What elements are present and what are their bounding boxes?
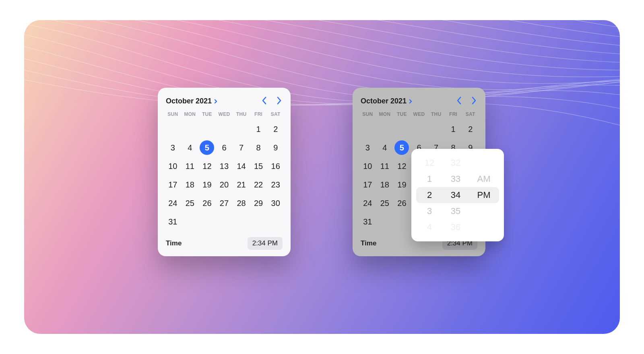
- month-select-button[interactable]: October 2021: [166, 97, 218, 105]
- calendar-day[interactable]: 4: [182, 139, 199, 156]
- time-value-button[interactable]: 2:34 PM: [248, 237, 283, 250]
- calendar-day[interactable]: 22: [250, 176, 267, 193]
- calendar-day[interactable]: 3: [164, 139, 182, 156]
- calendar-day[interactable]: 6: [216, 139, 233, 156]
- calendar-day[interactable]: 31: [164, 213, 182, 231]
- next-month-button[interactable]: [470, 96, 477, 107]
- weekday-header: SUNMONTUEWEDTHUFRISAT: [164, 111, 284, 120]
- calendar-header: October 2021: [164, 94, 284, 111]
- calendar-day[interactable]: 8: [250, 139, 267, 156]
- time-label: Time: [166, 239, 182, 247]
- month-select-button[interactable]: October 2021: [361, 97, 413, 105]
- showcase-canvas: October 2021 SUNMONTUEWEDTHUFRISAT 12345…: [24, 20, 620, 334]
- weekday-label: THU: [427, 111, 445, 117]
- weekday-label: MON: [376, 111, 394, 117]
- calendar-day[interactable]: 24: [164, 194, 182, 212]
- calendar-day[interactable]: 12: [393, 157, 411, 175]
- wheel-slot: AM: [470, 171, 498, 187]
- calendar-day[interactable]: 19: [198, 176, 216, 193]
- calendar-day[interactable]: 26: [393, 194, 411, 212]
- weekday-label: THU: [233, 111, 250, 117]
- calendar-day[interactable]: 4: [376, 139, 394, 156]
- weekday-label: TUE: [393, 111, 411, 117]
- calendar-day[interactable]: 19: [393, 176, 411, 193]
- calendar-day[interactable]: 14: [233, 157, 250, 175]
- calendar-day[interactable]: 30: [267, 194, 284, 212]
- weekday-label: SUN: [164, 111, 182, 117]
- weekday-label: WED: [411, 111, 428, 117]
- calendar-day[interactable]: 25: [182, 194, 199, 212]
- calendar-day[interactable]: 9: [267, 139, 284, 156]
- calendar-day[interactable]: 28: [233, 194, 250, 212]
- calendar-day[interactable]: 31: [359, 213, 376, 231]
- calendar-day[interactable]: 16: [267, 157, 284, 175]
- calendar-day[interactable]: 10: [164, 157, 182, 175]
- weekday-label: TUE: [198, 111, 216, 117]
- period-wheel[interactable]: AM PM: [470, 149, 498, 241]
- time-picker-popover[interactable]: 12 1 2 3 4 32 33 34 35 36 AM PM: [411, 149, 504, 241]
- calendar-day[interactable]: 12: [198, 157, 216, 175]
- calendar-day[interactable]: 18: [376, 176, 394, 193]
- time-label: Time: [361, 239, 376, 247]
- calendar-day[interactable]: 13: [216, 157, 233, 175]
- wheel-slot: [470, 219, 498, 235]
- calendar-day[interactable]: 29: [250, 194, 267, 212]
- weekday-label: FRI: [445, 111, 462, 117]
- wheel-slot: 34: [442, 187, 470, 203]
- wheel-slot: 33: [442, 171, 470, 187]
- prev-month-button[interactable]: [456, 96, 463, 107]
- month-label: October 2021: [166, 97, 212, 105]
- weekday-label: WED: [216, 111, 233, 117]
- calendar-day[interactable]: 5: [393, 139, 411, 156]
- weekday-label: SAT: [462, 111, 479, 117]
- wheel-slot: 3: [417, 203, 442, 219]
- next-month-button[interactable]: [275, 96, 283, 107]
- wheel-slot: 36: [442, 219, 470, 235]
- wheel-slot: PM: [470, 187, 498, 203]
- month-label: October 2021: [361, 97, 407, 105]
- calendar-day[interactable]: 20: [216, 176, 233, 193]
- calendar-day[interactable]: 7: [233, 139, 250, 156]
- calendar-day[interactable]: 2: [462, 120, 479, 138]
- wheel-slot: 1: [417, 171, 442, 187]
- wheel-slot: 35: [442, 203, 470, 219]
- month-nav: [456, 96, 477, 107]
- wheel-slot: 2: [417, 187, 442, 203]
- chevron-right-icon: [408, 99, 413, 104]
- wheel-slot: [470, 203, 498, 219]
- calendar-day[interactable]: 11: [182, 157, 199, 175]
- calendar-day[interactable]: 26: [198, 194, 216, 212]
- wheel-slot: 12: [417, 155, 442, 171]
- calendar-day[interactable]: 2: [267, 120, 284, 138]
- calendar-day[interactable]: 24: [359, 194, 376, 212]
- prev-month-button[interactable]: [261, 96, 268, 107]
- minute-wheel[interactable]: 32 33 34 35 36: [442, 149, 470, 241]
- weekday-label: FRI: [250, 111, 267, 117]
- calendar-day[interactable]: 1: [445, 120, 462, 138]
- weekday-label: MON: [182, 111, 199, 117]
- month-nav: [261, 96, 283, 107]
- wheel-slot: 32: [442, 155, 470, 171]
- calendar-grid: 1234567891011121314151617181920212223242…: [164, 120, 284, 231]
- calendar-day[interactable]: 17: [164, 176, 182, 193]
- calendar-day[interactable]: 11: [376, 157, 394, 175]
- date-picker-card: October 2021 SUNMONTUEWEDTHUFRISAT 12345…: [158, 88, 291, 256]
- calendar-day[interactable]: 18: [182, 176, 199, 193]
- calendar-day[interactable]: 15: [250, 157, 267, 175]
- calendar-day[interactable]: 1: [250, 120, 267, 138]
- calendar-day[interactable]: 3: [359, 139, 376, 156]
- weekday-label: SUN: [359, 111, 376, 117]
- calendar-day[interactable]: 10: [359, 157, 376, 175]
- calendar-day[interactable]: 17: [359, 176, 376, 193]
- calendar-day[interactable]: 23: [267, 176, 284, 193]
- calendar-day[interactable]: 5: [198, 139, 216, 156]
- weekday-label: SAT: [267, 111, 284, 117]
- calendar-day[interactable]: 27: [216, 194, 233, 212]
- calendar-day[interactable]: 21: [233, 176, 250, 193]
- hour-wheel[interactable]: 12 1 2 3 4: [417, 149, 442, 241]
- wheel-slot: [470, 155, 498, 171]
- calendar-day[interactable]: 25: [376, 194, 394, 212]
- calendar-header: October 2021: [359, 94, 479, 111]
- weekday-header: SUNMONTUEWEDTHUFRISAT: [359, 111, 479, 120]
- chevron-right-icon: [213, 99, 218, 104]
